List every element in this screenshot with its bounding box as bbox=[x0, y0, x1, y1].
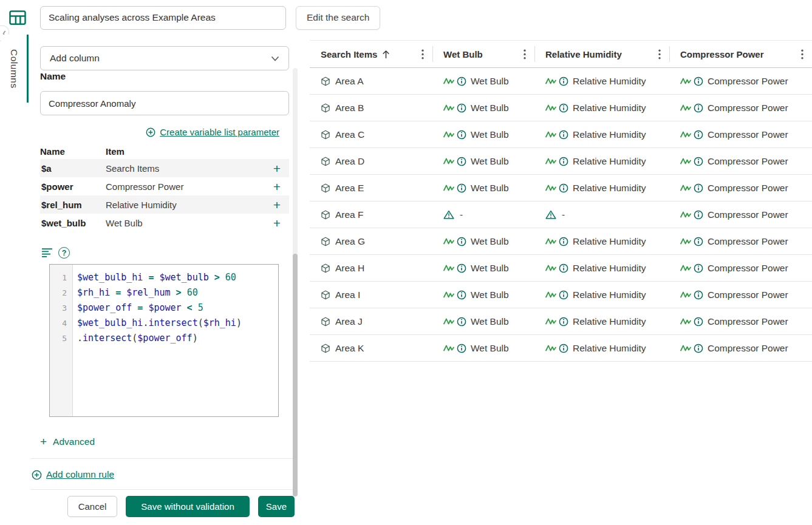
info-icon[interactable] bbox=[559, 237, 568, 246]
info-icon[interactable] bbox=[694, 237, 703, 246]
signal-cell[interactable]: Wet Bulb bbox=[432, 255, 534, 281]
signal-cell[interactable]: Relative Humidity bbox=[534, 308, 669, 334]
signal-cell[interactable]: Relative Humidity bbox=[534, 255, 669, 281]
column-menu-icon[interactable] bbox=[652, 49, 661, 59]
tables-app-icon[interactable] bbox=[9, 8, 27, 27]
info-icon[interactable] bbox=[559, 290, 568, 300]
cancel-button[interactable]: Cancel bbox=[67, 496, 118, 517]
area-cell[interactable]: Area D bbox=[310, 148, 432, 174]
signal-cell[interactable]: Relative Humidity bbox=[534, 121, 669, 147]
info-icon[interactable] bbox=[457, 103, 466, 113]
signal-cell[interactable]: Compressor Power bbox=[669, 95, 812, 121]
info-icon[interactable] bbox=[457, 183, 466, 193]
add-column-rule-link[interactable]: Add column rule bbox=[32, 469, 114, 480]
info-icon[interactable] bbox=[559, 263, 568, 273]
info-icon[interactable] bbox=[559, 157, 568, 166]
warning-cell[interactable]: - bbox=[534, 202, 669, 228]
signal-cell[interactable]: Wet Bulb bbox=[432, 148, 534, 174]
area-cell[interactable]: Area H bbox=[310, 255, 432, 281]
info-icon[interactable] bbox=[457, 237, 466, 246]
signal-cell[interactable]: Compressor Power bbox=[669, 335, 812, 361]
signal-cell[interactable]: Wet Bulb bbox=[432, 68, 534, 94]
save-button[interactable]: Save bbox=[258, 496, 295, 517]
info-icon[interactable] bbox=[694, 76, 703, 86]
info-icon[interactable] bbox=[559, 76, 568, 86]
info-icon[interactable] bbox=[694, 317, 703, 327]
column-name-input[interactable] bbox=[40, 91, 289, 115]
info-icon[interactable] bbox=[457, 290, 466, 300]
columns-tab[interactable]: Columns bbox=[1, 35, 29, 103]
signal-cell[interactable]: Compressor Power bbox=[669, 308, 812, 334]
area-cell[interactable]: Area A bbox=[310, 68, 432, 94]
signal-cell[interactable]: Wet Bulb bbox=[432, 228, 534, 254]
param-add-button[interactable]: + bbox=[273, 217, 289, 229]
area-cell[interactable]: Area F bbox=[310, 202, 432, 228]
column-header-search-items[interactable]: Search Items bbox=[310, 41, 432, 67]
info-icon[interactable] bbox=[457, 344, 466, 353]
info-icon[interactable] bbox=[694, 263, 703, 273]
column-menu-icon[interactable] bbox=[415, 49, 424, 59]
signal-cell[interactable]: Compressor Power bbox=[669, 68, 812, 94]
info-icon[interactable] bbox=[559, 130, 568, 140]
param-add-button[interactable]: + bbox=[273, 162, 289, 175]
signal-cell[interactable]: Compressor Power bbox=[669, 202, 812, 228]
signal-cell[interactable]: Relative Humidity bbox=[534, 282, 669, 308]
formula-editor[interactable]: 12345 $wet_bulb_hi = $wet_bulb > 60$rh_h… bbox=[49, 264, 279, 417]
area-cell[interactable]: Area E bbox=[310, 175, 432, 201]
warning-cell[interactable]: - bbox=[432, 202, 534, 228]
column-header-relative-humidity[interactable]: Relative Humidity bbox=[534, 41, 669, 67]
info-icon[interactable] bbox=[559, 344, 568, 353]
area-cell[interactable]: Area C bbox=[310, 121, 432, 147]
info-icon[interactable] bbox=[694, 103, 703, 113]
info-icon[interactable] bbox=[694, 344, 703, 353]
signal-cell[interactable]: Compressor Power bbox=[669, 175, 812, 201]
signal-cell[interactable]: Relative Humidity bbox=[534, 148, 669, 174]
signal-cell[interactable]: Relative Humidity bbox=[534, 335, 669, 361]
area-cell[interactable]: Area G bbox=[310, 228, 432, 254]
info-icon[interactable] bbox=[457, 130, 466, 140]
help-icon[interactable]: ? bbox=[58, 247, 70, 259]
signal-cell[interactable]: Relative Humidity bbox=[534, 175, 669, 201]
signal-cell[interactable]: Relative Humidity bbox=[534, 68, 669, 94]
signal-cell[interactable]: Relative Humidity bbox=[534, 95, 669, 121]
signal-cell[interactable]: Compressor Power bbox=[669, 148, 812, 174]
info-icon[interactable] bbox=[457, 76, 466, 86]
info-icon[interactable] bbox=[559, 103, 568, 113]
create-variable-list-parameter-link[interactable]: Create variable list parameter bbox=[146, 127, 279, 137]
info-icon[interactable] bbox=[694, 210, 703, 220]
area-cell[interactable]: Area J bbox=[310, 308, 432, 334]
param-add-button[interactable]: + bbox=[273, 180, 289, 193]
area-cell[interactable]: Area K bbox=[310, 335, 432, 361]
signal-cell[interactable]: Compressor Power bbox=[669, 282, 812, 308]
signal-cell[interactable]: Wet Bulb bbox=[432, 175, 534, 201]
edit-search-button[interactable]: Edit the search bbox=[296, 6, 380, 30]
signal-cell[interactable]: Compressor Power bbox=[669, 228, 812, 254]
info-icon[interactable] bbox=[694, 130, 703, 140]
info-icon[interactable] bbox=[694, 183, 703, 193]
column-header-compressor-power[interactable]: Compressor Power bbox=[669, 41, 812, 67]
advanced-toggle[interactable]: + Advanced bbox=[40, 436, 95, 447]
signal-cell[interactable]: Wet Bulb bbox=[432, 95, 534, 121]
signal-cell[interactable]: Wet Bulb bbox=[432, 121, 534, 147]
column-menu-icon[interactable] bbox=[795, 49, 803, 59]
column-menu-icon[interactable] bbox=[517, 49, 526, 59]
signal-cell[interactable]: Relative Humidity bbox=[534, 228, 669, 254]
info-icon[interactable] bbox=[694, 157, 703, 166]
scrollbar-thumb[interactable] bbox=[293, 254, 298, 496]
signal-cell[interactable]: Compressor Power bbox=[669, 121, 812, 147]
signal-cell[interactable]: Compressor Power bbox=[669, 255, 812, 281]
info-icon[interactable] bbox=[457, 317, 466, 327]
column-header-wet-bulb[interactable]: Wet Bulb bbox=[432, 41, 534, 67]
info-icon[interactable] bbox=[457, 157, 466, 166]
info-icon[interactable] bbox=[694, 290, 703, 300]
save-without-validation-button[interactable]: Save without validation bbox=[126, 496, 249, 517]
info-icon[interactable] bbox=[559, 183, 568, 193]
param-add-button[interactable]: + bbox=[273, 198, 289, 211]
area-cell[interactable]: Area I bbox=[310, 282, 432, 308]
add-column-select[interactable]: Add column bbox=[40, 46, 289, 70]
area-cell[interactable]: Area B bbox=[310, 95, 432, 121]
signal-cell[interactable]: Wet Bulb bbox=[432, 282, 534, 308]
signal-cell[interactable]: Wet Bulb bbox=[432, 308, 534, 334]
signal-cell[interactable]: Wet Bulb bbox=[432, 335, 534, 361]
analysis-title-input[interactable] bbox=[40, 6, 286, 30]
